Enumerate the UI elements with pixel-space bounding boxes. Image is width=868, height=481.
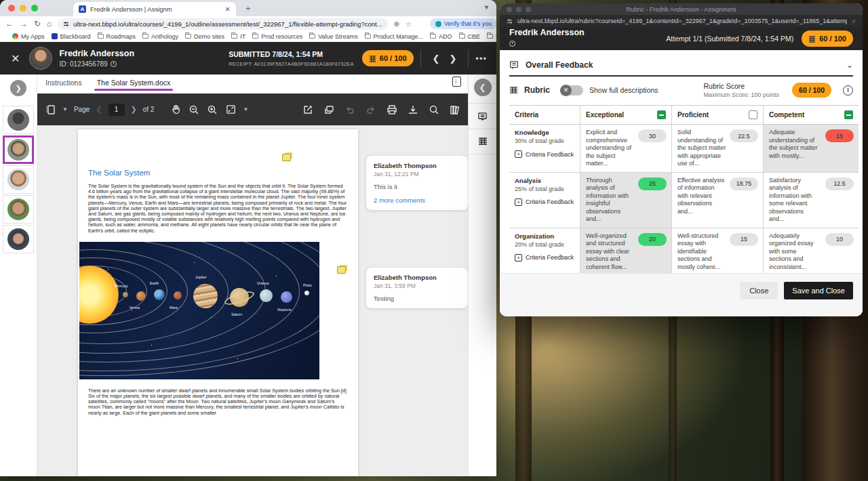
chevron-down-icon[interactable]: ⌄ — [846, 60, 853, 70]
rubric-cell-selected[interactable]: Well-organized and structured essay with… — [580, 228, 671, 276]
points-pill[interactable]: 18.75 — [730, 177, 758, 190]
download-icon[interactable] — [407, 104, 419, 116]
grade-pill[interactable]: 60 / 100 — [362, 50, 414, 66]
points-pill[interactable]: 30 — [638, 129, 667, 142]
back-icon[interactable]: ← — [5, 19, 14, 28]
bookmark-folder[interactable]: Value Streams — [309, 33, 357, 40]
previous-page-icon[interactable]: ❮ — [96, 105, 102, 114]
maximize-window-button[interactable] — [526, 7, 531, 12]
more-comments-link[interactable]: 2 more comments — [374, 196, 460, 204]
criteria-feedback-button[interactable]: +Criteria Feedback — [515, 150, 574, 158]
bookmark-folder[interactable]: ADO — [430, 33, 452, 40]
feedback-tool-button[interactable] — [469, 103, 496, 129]
column-checkbox-empty[interactable] — [749, 110, 757, 119]
criteria-feedback-button[interactable]: +Criteria Feedback — [515, 254, 574, 262]
maximize-window-button[interactable] — [31, 5, 38, 12]
forward-icon[interactable]: → — [20, 19, 28, 28]
tab-document[interactable]: The Solar System.docx — [97, 79, 171, 87]
bookmark-folder[interactable]: CBE — [459, 33, 481, 40]
close-button[interactable]: Close — [740, 282, 778, 299]
page-number-input[interactable]: 1 — [108, 104, 125, 116]
previous-student-icon[interactable]: ❮ — [428, 54, 445, 64]
minimize-window-button[interactable] — [516, 7, 521, 12]
points-pill[interactable]: 22.5 — [730, 129, 758, 142]
descriptions-toggle[interactable]: ✕ — [560, 85, 583, 96]
bookmark-folder[interactable]: VBB — [487, 33, 496, 40]
browser-tab[interactable]: A Fredrik Andersson | Assignm ✕ — [73, 2, 236, 16]
points-pill[interactable]: 10 — [825, 233, 854, 246]
student-avatar[interactable] — [3, 165, 34, 194]
rubric-cell[interactable]: Satisfactory analysis of information wit… — [763, 173, 859, 228]
comments-icon[interactable] — [323, 104, 335, 116]
search-icon[interactable]: ⌕ — [852, 17, 856, 25]
pan-hand-icon[interactable] — [170, 104, 182, 116]
zoom-out-icon[interactable] — [188, 104, 200, 116]
new-tab-button[interactable]: + — [245, 3, 251, 14]
column-checkbox-indeterminate[interactable] — [844, 110, 853, 119]
student-avatar[interactable] — [3, 106, 34, 134]
points-pill-selected[interactable]: 25 — [638, 177, 667, 190]
search-icon[interactable] — [428, 104, 440, 116]
bookmark-folder[interactable]: Prod resources — [252, 33, 302, 40]
expand-students-button[interactable]: ❯ — [10, 80, 26, 96]
student-avatar[interactable] — [3, 195, 34, 224]
zoom-page-icon[interactable]: ⊕ — [394, 20, 399, 28]
verify-identity-button[interactable]: Verify that it's you — [430, 18, 496, 29]
close-window-button[interactable] — [507, 7, 512, 12]
bookmark-star-icon[interactable]: ☆ — [406, 20, 412, 28]
student-avatar-selected[interactable] — [3, 135, 34, 164]
comment-note-icon[interactable] — [282, 154, 291, 161]
rubric-tool-button[interactable] — [469, 129, 496, 154]
points-pill[interactable]: 15 — [730, 233, 758, 246]
bookmark-blackboard[interactable]: Blackboard — [52, 33, 91, 40]
tab-close-icon[interactable]: ✕ — [225, 5, 231, 13]
thumbnails-chevron-icon[interactable]: ▼ — [62, 106, 68, 112]
rubric-cell[interactable]: Well-structured essay with identifiable … — [671, 228, 763, 276]
bookmark-folder[interactable]: Product Manage... — [365, 33, 424, 40]
tab-instructions[interactable]: Instructions — [45, 79, 82, 87]
rubric-url[interactable]: ultra-next.bbpd.io/ultra/rubric?courseId… — [517, 18, 847, 24]
rubric-cell-selected[interactable]: Adequate understanding of the subject ma… — [763, 125, 859, 172]
history-clock-icon[interactable] — [111, 61, 117, 67]
fit-page-icon[interactable] — [224, 104, 237, 116]
criteria-feedback-button[interactable]: +Criteria Feedback — [515, 198, 574, 206]
fit-chevron-icon[interactable]: ▼ — [243, 106, 248, 112]
thumbnails-icon[interactable] — [44, 104, 56, 116]
student-avatar[interactable] — [3, 225, 34, 253]
home-icon[interactable]: ⌂ — [47, 19, 52, 28]
download-original-icon[interactable] — [452, 77, 461, 87]
info-icon[interactable]: ! — [843, 85, 853, 96]
expand-panel-button[interactable]: ❮ — [474, 79, 492, 96]
bookmark-folder[interactable]: IT — [231, 33, 245, 40]
save-and-close-button[interactable]: Save and Close — [784, 282, 853, 299]
overall-feedback-section[interactable]: Overall Feedback ⌄ — [509, 54, 853, 77]
comment-card[interactable]: Elizabeth Thompson Jan 31, 12:21 PM This… — [366, 156, 468, 210]
zoom-in-icon[interactable] — [206, 104, 218, 116]
close-window-button[interactable] — [8, 5, 15, 12]
bookmark-folder[interactable]: Roadmaps — [98, 33, 136, 40]
more-options-icon[interactable]: ••• — [475, 54, 487, 64]
history-clock-icon[interactable] — [509, 41, 515, 47]
column-checkbox-indeterminate[interactable] — [657, 110, 666, 119]
points-pill-selected[interactable]: 15 — [825, 129, 854, 142]
library-icon[interactable] — [449, 104, 461, 116]
close-grading-icon[interactable]: ✕ — [11, 52, 20, 65]
minimize-window-button[interactable] — [20, 5, 26, 12]
annotate-icon[interactable] — [302, 104, 314, 116]
bookmark-folder[interactable]: Demo sites — [185, 33, 224, 40]
rubric-cell[interactable]: Adequately organized essay with some sec… — [763, 228, 859, 276]
comment-note-icon[interactable] — [337, 266, 346, 274]
grade-pill[interactable]: 60 / 100 — [802, 30, 853, 47]
bookmark-my-apps[interactable]: My Apps — [12, 33, 45, 40]
rubric-cell[interactable]: Solid understanding of the subject matte… — [671, 125, 763, 172]
comment-card[interactable]: Elizabeth Thompson Jan 31, 3:59 PM Testi… — [366, 268, 468, 308]
url-field[interactable]: ultra-next.bbpd.io/ultra/courses/_4199_1… — [58, 18, 387, 30]
next-student-icon[interactable]: ❯ — [444, 54, 461, 64]
points-pill-selected[interactable]: 20 — [638, 233, 667, 246]
window-controls[interactable] — [507, 7, 531, 12]
tab-search-chevron-icon[interactable]: ▼ — [484, 4, 490, 11]
bookmark-folder[interactable]: Anthology — [142, 33, 178, 40]
rubric-cell-selected[interactable]: Thorough analysis of information with in… — [580, 173, 671, 228]
reload-icon[interactable]: ↻ — [34, 19, 41, 28]
rubric-cell[interactable]: Explicit and comprehensive understanding… — [580, 125, 671, 172]
